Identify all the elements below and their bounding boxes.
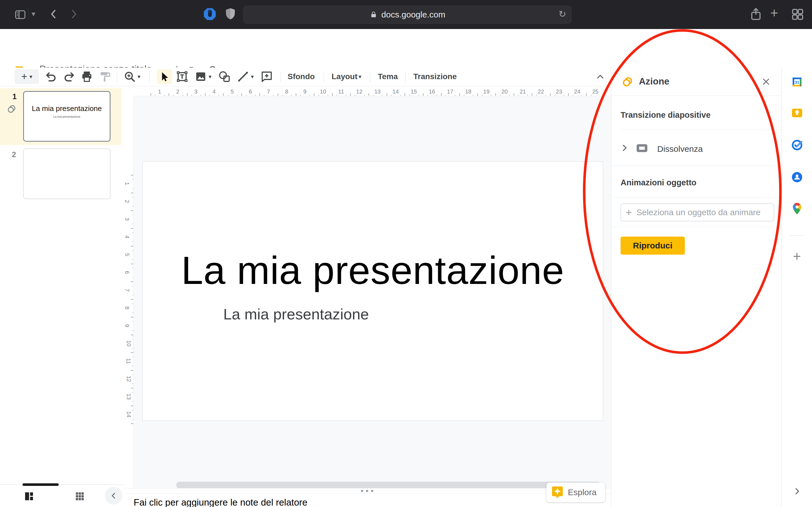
slide-subtitle-text[interactable]: La mia presentazione xyxy=(223,305,369,323)
thumb-title: La mia presentazione xyxy=(24,104,110,113)
select-tool-button[interactable] xyxy=(157,69,172,84)
speaker-notes-placeholder: Fai clic per aggiungere le note del rela… xyxy=(134,497,307,507)
play-button[interactable]: Riproduci xyxy=(620,237,685,255)
ruler-number: 2 xyxy=(176,89,179,95)
background-button[interactable]: Sfondo xyxy=(288,68,315,86)
collapse-filmstrip-button[interactable] xyxy=(105,487,122,504)
slide-page[interactable]: La mia presentazione La mia presentazion… xyxy=(142,161,603,421)
transition-value: Dissolvenza xyxy=(657,144,703,154)
grid-view-button[interactable] xyxy=(74,490,86,502)
plus-icon: + xyxy=(626,207,632,219)
app-header: Presentazione senza titolo ☆ FileModific… xyxy=(0,29,812,68)
active-view-indicator xyxy=(22,483,59,486)
slide-filmstrip: 1 La mia presentazione La mia presentazi… xyxy=(0,86,123,485)
ruler-number: 9 xyxy=(303,89,306,95)
back-button[interactable] xyxy=(47,8,60,20)
layout-button[interactable]: Layout▾ xyxy=(332,68,361,86)
ruler-number: 12 xyxy=(125,376,132,382)
ruler-number: 14 xyxy=(125,411,132,417)
select-object-to-animate[interactable]: + Seleziona un oggetto da animare xyxy=(620,203,774,221)
undo-button[interactable] xyxy=(44,68,57,86)
keep-icon[interactable] xyxy=(791,107,804,119)
ruler-number: 5 xyxy=(231,89,234,95)
insert-comment-button[interactable] xyxy=(260,68,273,86)
share-page-icon[interactable] xyxy=(749,6,763,22)
tasks-icon[interactable] xyxy=(791,138,804,152)
speaker-notes[interactable]: Fai clic per aggiungere le note del rela… xyxy=(123,494,611,507)
ruler-number: 10 xyxy=(125,340,132,346)
ruler-number: 23 xyxy=(556,89,562,95)
tab-overview-icon[interactable] xyxy=(791,7,805,21)
sidebar-caret-icon[interactable]: ▾ xyxy=(32,10,35,18)
ruler-number: 6 xyxy=(124,271,130,274)
ruler-number: 17 xyxy=(447,89,453,95)
ruler-number: 13 xyxy=(374,89,380,95)
ruler-number: 9 xyxy=(124,324,130,327)
plus-icon: + xyxy=(21,71,27,82)
slide-thumbnail-1[interactable]: La mia presentazione La mia presentazion… xyxy=(23,91,110,142)
screen: ▾ docs.google.com ↻ + Presentazion xyxy=(0,0,812,507)
theme-button[interactable]: Tema xyxy=(378,68,398,86)
forward-button[interactable] xyxy=(68,8,80,20)
url-text: docs.google.com xyxy=(382,10,446,19)
new-slide-button[interactable]: + ▾ xyxy=(15,69,39,84)
ruler-number: 2 xyxy=(124,200,130,203)
sidebar-toggle-icon[interactable] xyxy=(14,8,27,21)
reload-icon[interactable]: ↻ xyxy=(559,9,566,19)
ruler-number: 3 xyxy=(124,217,130,221)
transition-button[interactable]: Transizione xyxy=(413,68,457,86)
collapse-toolbar-icon[interactable] xyxy=(595,71,606,82)
google-side-rail: 31 + xyxy=(781,68,812,507)
zoom-button[interactable]: ▾ xyxy=(123,68,140,86)
content-blocker-hand-icon[interactable] xyxy=(202,6,218,22)
transition-row[interactable]: Dissolvenza xyxy=(611,129,781,166)
expand-chevron-icon[interactable] xyxy=(620,143,629,153)
ruler-number: 8 xyxy=(124,306,130,309)
ruler-number: 20 xyxy=(501,89,507,95)
new-tab-icon[interactable]: + xyxy=(770,5,778,20)
redo-button[interactable] xyxy=(63,68,76,86)
ruler-number: 4 xyxy=(124,235,130,238)
close-panel-icon[interactable] xyxy=(762,77,770,86)
svg-text:31: 31 xyxy=(795,80,799,84)
contacts-icon[interactable] xyxy=(791,171,804,184)
lock-icon xyxy=(370,11,377,18)
slide-title-text[interactable]: La mia presentazione xyxy=(143,247,603,293)
object-animations-section-label: Animazioni oggetto xyxy=(620,178,696,187)
ruler-number: 6 xyxy=(249,89,252,95)
paint-format-button[interactable] xyxy=(98,68,112,86)
horizontal-scrollbar[interactable] xyxy=(176,482,601,489)
slide-motion-icon xyxy=(7,103,17,114)
explore-button[interactable]: Esplora xyxy=(546,483,605,502)
shield-extension-icon[interactable] xyxy=(223,7,238,21)
panel-divider xyxy=(611,197,781,198)
motion-panel-header: Azione xyxy=(611,68,781,96)
ruler-number: 8 xyxy=(285,89,288,95)
vertical-ruler: 1234567891011121314 xyxy=(123,96,134,488)
ruler-number: 12 xyxy=(356,89,362,95)
print-button[interactable] xyxy=(80,68,94,86)
text-box-button[interactable] xyxy=(175,68,189,86)
notes-resize-handle[interactable] xyxy=(123,488,611,494)
insert-line-button[interactable]: ▾ xyxy=(236,68,254,86)
toolbar-separator xyxy=(117,71,117,82)
get-addons-icon[interactable]: + xyxy=(793,248,801,264)
hide-side-panel-icon[interactable] xyxy=(793,487,802,496)
ruler-number: 11 xyxy=(338,89,344,95)
grip-dot xyxy=(371,490,373,492)
grip-dot xyxy=(361,490,363,492)
maps-icon[interactable] xyxy=(791,202,803,215)
toolbar-separator xyxy=(405,71,406,82)
toolbar-separator xyxy=(280,71,281,82)
editor-canvas: 1234567891011121314151617181920212223242… xyxy=(123,86,611,488)
slide-number: 1 xyxy=(12,93,17,101)
ruler-number: 16 xyxy=(429,89,435,95)
insert-image-button[interactable]: ▾ xyxy=(194,68,211,86)
calendar-icon[interactable]: 31 xyxy=(791,76,803,88)
ruler-number: 11 xyxy=(125,358,132,364)
url-field[interactable]: docs.google.com ↻ xyxy=(243,6,571,24)
insert-shape-button[interactable] xyxy=(218,68,231,86)
motion-icon xyxy=(621,75,635,88)
slide-thumbnail-2[interactable] xyxy=(23,149,110,199)
filmstrip-view-button[interactable] xyxy=(23,490,35,502)
